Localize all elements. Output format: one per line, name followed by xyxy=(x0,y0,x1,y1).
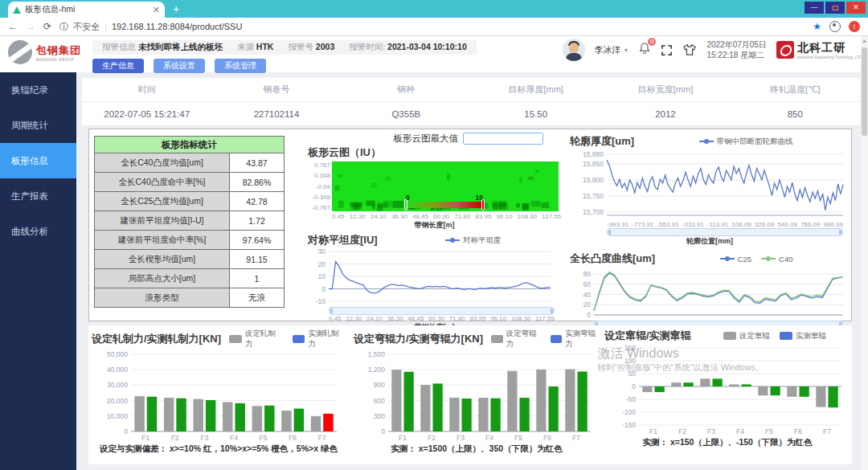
legend-item[interactable]: 实测轧制力 xyxy=(293,329,346,349)
bookmark-star-icon[interactable]: ★ xyxy=(813,21,821,32)
sidebar-item-0[interactable]: 换辊纪录 xyxy=(0,72,76,108)
browser-tab[interactable]: 板形信息-hmi ✕ xyxy=(8,2,165,18)
svg-text:15,750: 15,750 xyxy=(583,192,604,200)
heatmap-x-tick: 96.10 xyxy=(496,213,512,220)
back-icon[interactable]: ← xyxy=(8,21,18,32)
shape-stats-table: 板形指标统计 全长C40凸度均值[um]43.87全长C40凸度命中率[%]82… xyxy=(94,136,285,308)
shape-panel: 板形指标统计 全长C40凸度均值[um]43.87全长C40凸度命中率[%]82… xyxy=(88,129,852,321)
url-text: 192.168.11.28:8084/product/SSU xyxy=(112,22,242,31)
new-tab-button[interactable]: + xyxy=(173,2,179,15)
stats-label: 全长C40凸度命中率[%] xyxy=(95,173,230,191)
svg-text:40,000: 40,000 xyxy=(107,366,128,374)
legend-label: 带钢中部断面轮廓曲线 xyxy=(717,137,793,147)
data-zoom-slider[interactable] xyxy=(607,228,843,236)
update-icon[interactable]: ! xyxy=(849,21,860,32)
stats-value: 无浪 xyxy=(230,288,284,307)
alarm-info-value: 未找到即将上线的板坯 xyxy=(138,42,223,51)
header-nav-0[interactable]: 生产信息 xyxy=(92,59,144,73)
forward-icon[interactable]: → xyxy=(26,21,35,32)
legend-item[interactable]: 设定窜辊 xyxy=(723,331,770,341)
heatmap-y-tick: -0.767 xyxy=(312,204,330,211)
info-icon: ⓘ xyxy=(59,21,68,33)
chart-head: 设定轧制力/实测轧制力[KN]设定轧制力实测轧制力 xyxy=(92,329,346,349)
legend-item[interactable]: 设定弯辊力 xyxy=(491,329,540,349)
page-scrollbar[interactable]: ▲ xyxy=(861,36,868,470)
profile-icon[interactable] xyxy=(829,21,841,32)
alarm-strip: 报警信息 未找到即将上线的板坯 来源 HTK 报警号 2003 报警时间: 20… xyxy=(92,40,477,55)
legend-item[interactable]: 实测窜辊 xyxy=(780,331,826,341)
theme-shirt-icon[interactable] xyxy=(682,43,697,56)
sidebar-item-3[interactable]: 生产报表 xyxy=(0,178,76,214)
header-nav-1[interactable]: 系统设置 xyxy=(154,59,205,73)
coil-info-header-row: 时间钢卷号钢种目标厚度[mm]目标宽度[mm]终轧温度[℃] xyxy=(82,78,860,102)
legend-item[interactable]: 带钢中部断面轮廓曲线 xyxy=(699,137,793,147)
baogang-logo-title: 包钢集团 xyxy=(36,43,81,58)
profile-chart: 轮廓厚度[um]带钢中部断面轮廓曲线15,88015,85015,80015,7… xyxy=(570,134,850,247)
data-zoom-slider[interactable] xyxy=(329,307,555,315)
chart-legend: C25C40 xyxy=(663,255,850,264)
heatmap-x-tick: 12.30 xyxy=(350,213,366,220)
alarm-info-label: 报警信息 xyxy=(102,42,136,51)
scale-handle-left[interactable] xyxy=(404,199,407,210)
chart-title: 设定弯辊力/实测弯辊力[KN] xyxy=(354,332,483,346)
right-charts-column: 轮廓厚度[um]带钢中部断面轮廓曲线15,88015,85015,80015,7… xyxy=(570,134,850,346)
svg-text:F1: F1 xyxy=(649,427,657,435)
svg-text:20,000: 20,000 xyxy=(107,397,128,405)
legend-item[interactable]: C40 xyxy=(761,255,792,264)
minimize-button[interactable]: — xyxy=(805,2,824,14)
close-button[interactable]: ✕ xyxy=(846,2,866,14)
bar-plot: 150100500-50-100-150F1F2F3F4F5F6F7 xyxy=(607,343,848,436)
stats-label: 浪形类型 xyxy=(95,288,230,307)
tab-close-icon[interactable]: ✕ xyxy=(153,5,160,15)
scale-handle-right[interactable] xyxy=(481,199,485,210)
svg-text:300: 300 xyxy=(374,412,385,420)
info-header-cell: 目标宽度[mm] xyxy=(600,78,730,101)
legend-item[interactable]: 设定轧制力 xyxy=(229,329,282,349)
cloud-xlabel: 带钢长度[m] xyxy=(308,220,561,231)
legend-label: C25 xyxy=(738,255,751,264)
browser-titlebar: 板形信息-hmi ✕ + — ✕ xyxy=(0,0,868,18)
x-tick-label: -993.91 xyxy=(607,221,628,228)
scrollbar-thumb[interactable] xyxy=(862,47,867,136)
stats-value: 1.72 xyxy=(230,211,284,230)
svg-text:0: 0 xyxy=(124,427,128,435)
legend-item[interactable]: 对称平坦度 xyxy=(445,235,502,246)
stats-row: 全长楔形均值[um]91.15 xyxy=(95,250,284,269)
maximize-button[interactable] xyxy=(825,2,845,14)
svg-text:F6: F6 xyxy=(543,434,551,442)
fullscreen-icon[interactable] xyxy=(661,44,673,56)
info-header-cell: 时间 xyxy=(82,78,211,101)
avatar[interactable] xyxy=(563,39,585,61)
x-tick-label: -553.91 xyxy=(657,221,678,228)
chart-caption: 设定与实测偏差： x>=10% 红，10%>x>=5% 橙色，5%>x 绿色 xyxy=(92,443,346,455)
reload-icon[interactable]: ⟳ xyxy=(43,21,51,32)
sidebar-item-2[interactable]: 板形信息 xyxy=(0,143,76,178)
line-plot: 806040200 xyxy=(570,266,850,317)
sidebar-item-1[interactable]: 周期统计 xyxy=(0,108,76,143)
cloud-max-input[interactable] xyxy=(463,133,543,145)
address-field[interactable]: ⓘ 不安全 | 192.168.11.28:8084/product/SSU xyxy=(59,21,242,33)
stats-value: 97.64% xyxy=(230,231,284,249)
legend-item[interactable]: 实测弯辊力 xyxy=(551,329,600,349)
heatmap-y-tick: 0.767 xyxy=(314,161,330,169)
legend-item[interactable]: C25 xyxy=(720,255,751,264)
stats-value: 43.87 xyxy=(230,153,284,172)
x-tick-label: 986.09 xyxy=(823,221,842,228)
stats-title: 板形指标统计 xyxy=(95,137,284,153)
heatmap-x-tick: 60.30 xyxy=(433,213,449,220)
heatmap-color-scale[interactable]: 010 xyxy=(406,194,483,208)
user-menu[interactable]: 李冰洋▼ xyxy=(595,44,629,56)
svg-text:F7: F7 xyxy=(823,427,831,435)
stats-row: 浪形类型无浪 xyxy=(95,288,284,308)
x-tick-label: 326.09 xyxy=(755,221,774,228)
scroll-up-icon[interactable]: ▲ xyxy=(862,38,867,43)
notifications-button[interactable]: 0 xyxy=(638,42,651,58)
favicon-icon xyxy=(13,6,21,14)
info-value-cell: 850 xyxy=(731,102,860,125)
header-nav-2[interactable]: 系统管理 xyxy=(215,59,266,73)
x-tick-label: 106.09 xyxy=(731,221,751,228)
svg-text:-100: -100 xyxy=(622,408,636,416)
svg-text:F2: F2 xyxy=(428,434,436,442)
chart-head: 设定窜辊/实测窜辊设定窜辊实测窜辊 xyxy=(604,329,850,343)
sidebar-item-4[interactable]: 曲线分析 xyxy=(0,214,76,249)
